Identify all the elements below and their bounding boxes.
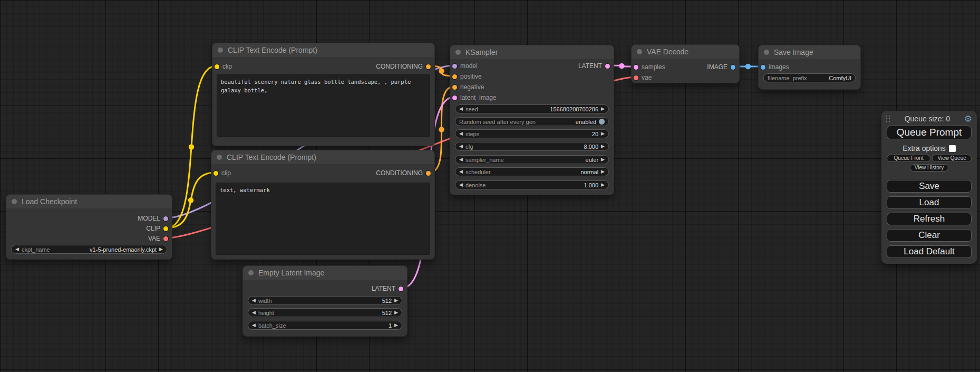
collapse-dot-icon[interactable] [218,47,223,53]
latent-output-dot[interactable] [399,287,403,291]
settings-gear-icon[interactable]: ⚙ [964,115,972,123]
decrement-arrow-icon[interactable]: ◀ [252,298,256,303]
collapse-dot-icon[interactable] [455,50,461,55]
slot-label: negative [460,83,484,91]
widget-label: height [258,310,274,316]
clip-text-encode-positive-node[interactable]: CLIP Text Encode (Prompt)clipCONDITIONIN… [212,43,435,146]
decrement-arrow-icon[interactable]: ◀ [459,144,463,149]
load-checkpoint-slot-vae: VAE [6,234,172,243]
collapse-dot-icon[interactable] [764,50,769,55]
load-checkpoint-node[interactable]: Load CheckpointMODELCLIPVAE◀ckpt_namev1-… [6,194,172,260]
decrement-arrow-icon[interactable]: ◀ [252,323,256,328]
decrement-arrow-icon[interactable]: ◀ [15,247,19,252]
node-title-bar[interactable]: Save Image [759,45,860,59]
slot-label: VAE [148,235,160,242]
latent_image-input-dot[interactable] [452,96,457,100]
ksampler-slot-positive: positive [450,72,614,81]
widget-label: steps [465,131,479,137]
node-title-bar[interactable]: CLIP Text Encode (Prompt) [211,150,434,164]
negative-input-dot[interactable] [452,85,457,90]
latent-output-dot[interactable] [605,64,610,69]
increment-arrow-icon[interactable]: ▶ [601,107,605,111]
increment-arrow-icon[interactable]: ▶ [601,183,605,187]
decrement-arrow-icon[interactable]: ◀ [459,169,463,174]
view-history-button[interactable]: View History [910,164,948,171]
extra-options-label: Extra options [903,144,946,152]
load-checkpoint-widget-ckpt_name[interactable]: ◀ckpt_namev1-5-pruned-emaonly.ckpt▶ [11,245,167,254]
ksampler-slot-latent: LATENT [450,61,614,71]
collapse-dot-icon[interactable] [12,199,17,204]
decrement-arrow-icon[interactable]: ◀ [459,183,463,187]
increment-arrow-icon[interactable]: ▶ [394,310,398,315]
decrement-arrow-icon[interactable]: ◀ [459,157,463,162]
model-output-dot[interactable] [163,216,168,221]
increment-arrow-icon[interactable]: ▶ [601,157,605,162]
increment-arrow-icon[interactable]: ▶ [394,323,398,328]
node-title-bar[interactable]: Load Checkpoint [6,195,172,208]
slot-label: CONDITIONING [376,169,423,177]
increment-arrow-icon[interactable]: ▶ [601,131,605,136]
image-output-dot[interactable] [731,65,735,70]
load-default-button[interactable]: Load Default [887,245,972,258]
node-title-bar[interactable]: CLIP Text Encode (Prompt) [212,43,434,57]
ksampler-widget-cfg[interactable]: ◀cfg8.000▶ [455,142,609,151]
load-checkpoint-slot-clip: CLIP [6,224,172,233]
increment-arrow-icon[interactable]: ▶ [601,144,605,149]
clear-button[interactable]: Clear [887,229,972,242]
link-midpoint-dot [619,63,624,69]
save-image-node[interactable]: Save Imageimagesfilename_prefixComfyUI [758,45,861,90]
ksampler-widget-denoise[interactable]: ◀denoise1.000▶ [455,180,609,189]
vae-input-dot[interactable] [634,75,638,80]
graph-canvas[interactable]: Load CheckpointMODELCLIPVAE◀ckpt_namev1-… [0,0,980,372]
decrement-arrow-icon[interactable]: ◀ [459,107,463,111]
toggle-dot[interactable] [599,119,605,125]
positive-input-dot[interactable] [452,74,457,79]
node-title-bar[interactable]: Empty Latent Image [243,266,407,280]
increment-arrow-icon[interactable]: ▶ [601,169,605,174]
save-image-widget-filename_prefix[interactable]: filename_prefixComfyUI [763,73,856,82]
queue-size-label: Queue size: 0 [890,115,964,123]
empty-latent-image-widget-batch_size[interactable]: ◀batch_size1▶ [248,321,402,330]
vae-output-dot[interactable] [163,236,168,241]
ksampler-slot-latent_image: latent_image [450,93,614,102]
queue-prompt-button[interactable]: Queue Prompt [887,126,972,139]
clip-text-encode-positive-prompt-textarea[interactable]: beautiful scenery nature glass bottle la… [217,74,430,137]
increment-arrow-icon[interactable]: ▶ [159,247,163,252]
empty-latent-image-widget-width[interactable]: ◀width512▶ [248,296,402,305]
empty-latent-image-widget-height[interactable]: ◀height512▶ [248,308,402,317]
slot-label: MODEL [138,215,160,222]
view-queue-button[interactable]: View Queue [932,155,972,162]
collapse-dot-icon[interactable] [217,155,222,160]
images-input-dot[interactable] [761,65,765,70]
decrement-arrow-icon[interactable]: ◀ [252,310,256,315]
queue-front-button[interactable]: Queue Front [887,155,930,162]
clip-text-encode-negative-prompt-textarea[interactable]: text, watermark [216,183,430,255]
increment-arrow-icon[interactable]: ▶ [394,298,398,303]
node-title-bar[interactable]: KSampler [450,45,614,59]
ksampler-node[interactable]: KSamplermodelLATENTpositivenegativelaten… [450,45,614,195]
ksampler-widget-scheduler[interactable]: ◀schedulernormal▶ [455,167,609,176]
ksampler-widget-steps[interactable]: ◀steps20▶ [455,129,609,138]
node-title-bar[interactable]: VAE Decode [632,45,739,59]
ksampler-widget-random-seed-after-every-gen[interactable]: Random seed after every genenabled [455,117,609,126]
load-button[interactable]: Load [887,196,972,209]
queue-panel-header: Queue size: 0 ⚙ [881,114,977,123]
extra-options-row: Extra options [881,144,977,152]
widget-value: 512 [382,310,392,316]
clip-output-dot[interactable] [163,226,168,231]
clip-text-encode-negative-node[interactable]: CLIP Text Encode (Prompt)clipCONDITIONIN… [211,150,435,260]
drag-handle-icon[interactable] [886,116,890,122]
ksampler-widget-sampler_name[interactable]: ◀sampler_nameeuler▶ [455,155,609,164]
decrement-arrow-icon[interactable]: ◀ [459,131,463,136]
node-title: CLIP Text Encode (Prompt) [227,153,316,161]
empty-latent-image-node[interactable]: Empty Latent ImageLATENT◀width512▶◀heigh… [242,265,407,337]
save-button[interactable]: Save [887,180,972,193]
refresh-button[interactable]: Refresh [887,213,972,225]
conditioning-output-dot[interactable] [426,64,431,69]
collapse-dot-icon[interactable] [637,49,642,54]
ksampler-widget-seed[interactable]: ◀seed156680208700286▶ [455,104,609,113]
conditioning-output-dot[interactable] [426,171,431,176]
extra-options-checkbox[interactable] [949,145,956,152]
collapse-dot-icon[interactable] [248,270,254,275]
vae-decode-node[interactable]: VAE DecodesamplesIMAGEvae [631,44,740,83]
